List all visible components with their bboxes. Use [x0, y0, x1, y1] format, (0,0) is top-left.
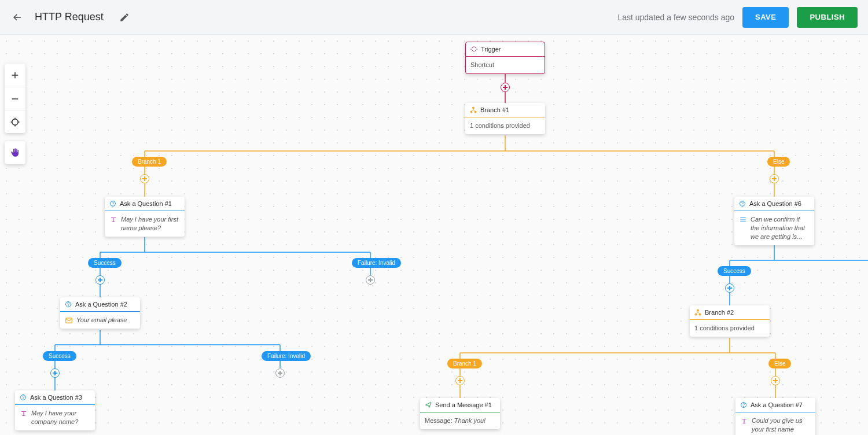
list-icon — [739, 216, 747, 224]
node-question-7-body: Could you give us your first name again? — [752, 416, 811, 435]
crosshair-icon — [10, 117, 20, 127]
add-node-button[interactable] — [455, 376, 465, 385]
plus-icon — [10, 70, 20, 80]
question-icon — [20, 394, 27, 401]
node-branch-2[interactable]: Branch #2 1 conditions provided — [690, 305, 770, 337]
page-title: HTTP Request — [35, 11, 104, 23]
node-trigger-title: Trigger — [481, 46, 501, 53]
add-node-button[interactable] — [501, 83, 510, 92]
node-branch-1-body: 1 conditions provided — [470, 121, 540, 130]
text-type-icon — [20, 410, 28, 418]
add-node-button[interactable] — [50, 368, 60, 378]
node-question-2-body: Your email please — [76, 316, 135, 325]
mail-icon — [65, 316, 73, 325]
arrow-left-icon — [12, 12, 23, 23]
svg-point-10 — [697, 309, 699, 311]
node-question-2[interactable]: Ask a Question #2 Your email please — [60, 297, 140, 329]
node-branch-2-body: 1 conditions provided — [694, 324, 765, 333]
node-question-1-body: May I have your first name please? — [121, 215, 180, 233]
zoom-in-button[interactable] — [5, 64, 25, 87]
node-question-1[interactable]: Ask a Question #1 May I have your first … — [105, 197, 185, 237]
hand-icon — [10, 148, 20, 158]
node-question-6-title: Ask a Question #6 — [749, 200, 801, 207]
pill-failure-q2[interactable]: Failure: Invalid — [262, 351, 311, 361]
canvas-frame: Trigger Shortcut Branch #1 1 conditions … — [0, 35, 868, 435]
node-trigger-body: Shortcut — [470, 61, 540, 69]
pencil-icon — [119, 12, 130, 23]
svg-point-6 — [742, 205, 743, 205]
question-icon — [739, 200, 746, 207]
node-message-1-body: Message: Thank you! — [425, 416, 495, 425]
svg-point-4 — [113, 205, 113, 205]
pill-else-2[interactable]: Else — [768, 359, 791, 368]
question-icon — [740, 401, 747, 408]
text-type-icon — [109, 216, 117, 224]
pill-success-q2[interactable]: Success — [43, 351, 76, 361]
add-node-button[interactable] — [725, 283, 734, 293]
node-question-3-body: May I have your company name? — [31, 409, 90, 426]
question-icon — [109, 200, 116, 207]
svg-point-0 — [473, 107, 475, 109]
pill-else-1[interactable]: Else — [767, 157, 790, 167]
svg-point-17 — [12, 119, 19, 125]
branch-icon — [470, 106, 477, 113]
pill-branch-2a[interactable]: Branch 1 — [447, 359, 482, 368]
node-question-6-body: Can we confirm if the information that w… — [751, 215, 810, 241]
branch-icon — [694, 309, 701, 316]
add-node-button[interactable] — [275, 368, 285, 378]
pill-failure-q1[interactable]: Failure: Invalid — [352, 258, 401, 268]
last-updated-label: Last updated a few seconds ago — [617, 13, 734, 22]
back-button[interactable] — [10, 10, 24, 24]
edit-title-button[interactable] — [117, 10, 131, 24]
node-question-7-title: Ask a Question #7 — [751, 401, 803, 408]
save-button[interactable]: SAVE — [742, 7, 789, 28]
node-question-1-title: Ask a Question #1 — [120, 200, 172, 207]
svg-point-16 — [744, 406, 744, 407]
node-branch-2-title: Branch #2 — [705, 309, 734, 316]
add-node-button[interactable] — [95, 275, 105, 285]
node-trigger[interactable]: Trigger Shortcut — [465, 42, 545, 74]
node-message-1[interactable]: Send a Message #1 Message: Thank you! — [420, 398, 500, 429]
minus-icon — [10, 94, 20, 104]
node-question-3-title: Ask a Question #3 — [30, 394, 82, 401]
add-node-button[interactable] — [140, 174, 149, 183]
node-message-1-title: Send a Message #1 — [435, 401, 492, 408]
publish-button[interactable]: PUBLISH — [797, 7, 858, 28]
pill-branch-1[interactable]: Branch 1 — [132, 157, 167, 167]
question-icon — [65, 301, 72, 308]
node-branch-1-title: Branch #1 — [480, 106, 509, 113]
canvas-tools — [5, 64, 25, 164]
node-question-6[interactable]: Ask a Question #6 Can we confirm if the … — [734, 197, 814, 245]
add-node-button[interactable] — [771, 376, 780, 385]
add-node-button[interactable] — [770, 174, 779, 183]
add-node-button[interactable] — [366, 275, 375, 285]
sparkle-icon — [470, 46, 477, 53]
flow-canvas[interactable]: Trigger Shortcut Branch #1 1 conditions … — [0, 35, 868, 435]
zoom-out-button[interactable] — [5, 87, 25, 110]
svg-point-8 — [68, 305, 69, 306]
pill-success-q6[interactable]: Success — [718, 266, 751, 276]
send-icon — [425, 401, 432, 408]
pan-hand-button[interactable] — [5, 141, 25, 164]
text-type-icon — [740, 417, 748, 425]
node-branch-1[interactable]: Branch #1 1 conditions provided — [465, 103, 545, 134]
svg-point-14 — [23, 399, 24, 399]
header-bar: HTTP Request Last updated a few seconds … — [0, 0, 868, 35]
node-question-7[interactable]: Ask a Question #7 Could you give us your… — [735, 398, 815, 435]
node-question-3[interactable]: Ask a Question #3 May I have your compan… — [15, 390, 95, 430]
node-question-2-title: Ask a Question #2 — [75, 301, 127, 308]
pill-success-q1[interactable]: Success — [88, 258, 122, 268]
center-view-button[interactable] — [5, 110, 25, 133]
